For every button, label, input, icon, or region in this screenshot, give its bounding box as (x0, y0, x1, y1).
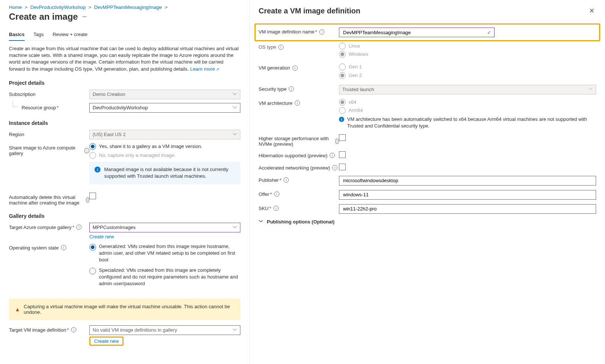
target-gallery-dropdown[interactable]: MPPCustomImages (89, 223, 240, 232)
radio-share-yes[interactable] (89, 143, 96, 150)
radio-gen1-label: Gen 1 (349, 64, 362, 70)
label-target-gallery: Target Azure compute gallery* i (9, 223, 89, 230)
tab-basics[interactable]: Basics (9, 29, 25, 41)
arch-info-message: i VM architecture has been automatically… (339, 116, 596, 129)
security-type-dropdown: Trusted launch (339, 85, 596, 94)
managed-image-callout: i Managed image is not available because… (89, 162, 240, 184)
chevron-right-icon: > (25, 4, 28, 10)
radio-arm64 (339, 107, 346, 114)
label-security-type: Security type i (259, 85, 339, 92)
breadcrumb-workshop[interactable]: DevProductivityWorkshop (31, 4, 86, 10)
radio-gen2-label: Gen 2 (349, 72, 362, 79)
target-vm-def-dropdown[interactable]: No valid VM image definitions in gallery (89, 325, 240, 335)
name-field-highlight: VM image definition name* i ✓ (255, 23, 600, 41)
create-new-vm-def-link[interactable]: Create new (91, 338, 122, 344)
intro-text: Create an image from this virtual machin… (9, 45, 240, 73)
radio-x64 (339, 99, 346, 106)
label-auto-delete: Automatically delete this virtual machin… (9, 193, 89, 206)
info-icon[interactable]: i (319, 29, 324, 35)
breadcrumb-home[interactable]: Home (9, 4, 22, 10)
info-icon[interactable]: i (273, 206, 279, 211)
section-project-details: Project details (9, 80, 240, 86)
info-icon[interactable]: i (292, 65, 298, 71)
radio-gen2 (339, 72, 346, 79)
breadcrumb: Home > DevProductivityWorkshop > DevMPPT… (9, 4, 240, 10)
label-sku: SKU* i (259, 204, 339, 211)
check-icon: ✓ (487, 30, 491, 35)
radio-share-no (89, 152, 96, 159)
chevron-down-icon (233, 132, 237, 138)
label-os-type: OS type i (259, 43, 339, 50)
info-icon[interactable]: i (274, 191, 279, 197)
offer-input[interactable] (339, 190, 596, 200)
external-link-icon: ↗ (216, 67, 219, 71)
more-actions-button[interactable]: ··· (82, 14, 87, 20)
radio-share-no-label: No, capture only a managed image. (99, 152, 176, 159)
vm-def-name-input[interactable]: ✓ (339, 28, 494, 37)
info-icon[interactable]: i (284, 177, 289, 183)
radio-specialized[interactable] (89, 268, 96, 274)
info-icon[interactable]: i (289, 86, 294, 91)
info-icon[interactable]: i (76, 225, 81, 230)
create-new-gallery-link[interactable]: Create new (89, 234, 114, 239)
create-new-highlight: Create new (89, 336, 124, 346)
section-gallery-details: Gallery details (9, 213, 240, 219)
info-icon[interactable]: i (278, 45, 284, 50)
warning-banner: ▲ Capturing a virtual machine image will… (9, 299, 240, 320)
chevron-right-icon: > (165, 4, 168, 10)
main-content: Home > DevProductivityWorkshop > DevMPPT… (0, 0, 249, 364)
info-icon[interactable]: i (335, 139, 339, 144)
info-icon[interactable]: i (330, 153, 335, 158)
radio-windows-label: Windows (349, 51, 368, 58)
info-icon: i (95, 167, 100, 173)
radio-generalized-label[interactable]: Generalized: VMs created from this image… (99, 243, 240, 264)
label-share-gallery: Share image to Azure compute gallery i (9, 143, 89, 156)
info-icon[interactable]: i (332, 165, 337, 170)
label-subscription: Subscription (9, 90, 89, 97)
chevron-down-icon (233, 328, 237, 333)
label-os-state: Operating system state i (9, 243, 89, 251)
radio-specialized-label[interactable]: Specialized: VMs created from this image… (99, 267, 240, 287)
label-publisher: Publisher* i (259, 176, 339, 183)
label-vm-architecture: VM architecture i (259, 99, 339, 106)
resource-group-dropdown[interactable]: DevProductivityWorkshop (89, 103, 240, 113)
radio-share-yes-label[interactable]: Yes, share it to a gallery as a VM image… (99, 143, 202, 150)
auto-delete-checkbox[interactable] (89, 193, 96, 199)
radio-generalized[interactable] (89, 244, 96, 251)
tab-review[interactable]: Review + create (52, 29, 87, 41)
breadcrumb-image[interactable]: DevMPPTeamMessagingImage (94, 4, 162, 10)
subscription-dropdown[interactable]: Demo Creation (89, 90, 240, 99)
publisher-input[interactable] (339, 176, 596, 186)
chevron-right-icon: > (89, 4, 92, 10)
info-icon[interactable]: i (71, 327, 76, 332)
label-resource-group: Resource group* (9, 103, 89, 110)
form-tabs: Basics Tags Review + create (9, 29, 240, 41)
label-target-vm-def: Target VM image definition* i (9, 325, 89, 333)
learn-more-link[interactable]: Learn more↗ (190, 66, 219, 72)
radio-x64-label: x64 (349, 99, 356, 106)
info-icon[interactable]: i (86, 197, 89, 203)
radio-arm64-label: Arm64 (349, 107, 363, 114)
info-icon[interactable]: i (84, 148, 89, 153)
page-title: Create an image ··· (9, 12, 240, 22)
info-icon[interactable]: i (295, 100, 300, 106)
chevron-down-icon (259, 219, 263, 225)
close-button[interactable]: ✕ (588, 5, 596, 16)
nvme-checkbox[interactable] (339, 134, 346, 141)
label-offer: Offer* i (259, 190, 339, 197)
publishing-options-expander[interactable]: Publishing options (Optional) (259, 219, 596, 225)
info-icon[interactable]: i (61, 245, 66, 250)
create-vm-definition-panel: Create a VM image definition ✕ VM image … (249, 0, 605, 364)
chevron-down-icon (588, 87, 593, 92)
tab-tags[interactable]: Tags (33, 29, 44, 41)
chevron-down-icon (233, 225, 237, 231)
sku-input[interactable] (339, 204, 596, 214)
region-dropdown[interactable]: (US) East US 2 (89, 130, 240, 139)
hibernation-checkbox[interactable] (339, 151, 346, 158)
chevron-down-icon (233, 92, 237, 97)
label-vm-def-name: VM image definition name* i (259, 28, 339, 35)
chevron-down-icon (233, 105, 237, 111)
panel-title: Create a VM image definition (259, 7, 360, 15)
accel-net-checkbox[interactable] (339, 164, 346, 170)
radio-linux-label: Linux (349, 43, 360, 49)
